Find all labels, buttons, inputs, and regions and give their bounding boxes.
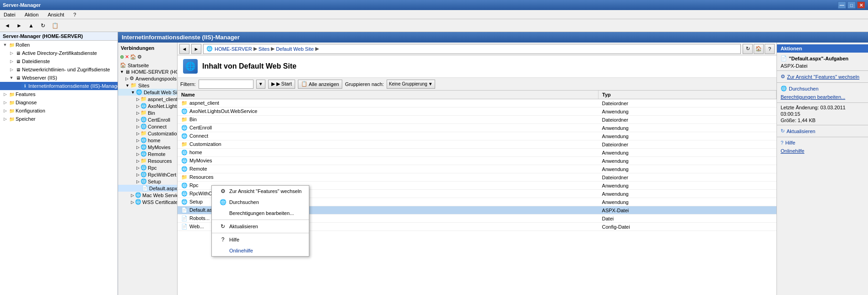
- action-onlinehelp[interactable]: Onlinehilfe: [777, 147, 868, 155]
- action-refresh[interactable]: ↻ Aktualisieren: [777, 127, 868, 135]
- conn-toolbar-icon3[interactable]: 🏠: [130, 54, 136, 60]
- iis-tree-home[interactable]: ▷ 🌐 home: [118, 137, 177, 144]
- start-icon: ▶: [271, 81, 275, 87]
- iis-tree-axo[interactable]: ▷ 🌐 AxoNet.LightsC...: [118, 102, 177, 109]
- table-row[interactable]: 📁BinDateiordner: [178, 116, 776, 124]
- close-button[interactable]: ✕: [857, 1, 865, 9]
- table-row[interactable]: 📁ResourcesDateiordner: [178, 173, 776, 182]
- breadcrumb-sites[interactable]: Sites: [259, 46, 270, 52]
- iis-tree-wss[interactable]: ▷ 🌐 WSS Certificate We...: [118, 198, 177, 205]
- back-button[interactable]: ◄: [2, 21, 13, 31]
- table-cell-typ: Dateiordner: [598, 173, 776, 182]
- features-icon: 📁: [8, 91, 16, 98]
- refresh-toolbar-button[interactable]: ↻: [38, 21, 49, 31]
- table-row[interactable]: 🌐homeAnwendung: [178, 149, 776, 157]
- menu-ansicht[interactable]: Ansicht: [46, 11, 66, 18]
- iis-tree-resources[interactable]: ▷ 📁 Resources: [118, 157, 177, 164]
- folder-icon: 📁: [8, 41, 16, 48]
- iis-tree-apppools[interactable]: ▷ ⚙ Anwendungspools: [118, 75, 177, 82]
- ctx-features[interactable]: ⚙ Zur Ansicht "Features" wechseln: [212, 186, 309, 197]
- tree-netzwerk[interactable]: ▷ 🖥 Netzwerkrichtlinien- und Zugriffsdie…: [0, 65, 118, 74]
- tree-speicher[interactable]: ▷ 📁 Speicher: [0, 115, 118, 123]
- ctx-browse[interactable]: 🌐 Durchsuchen: [212, 197, 309, 208]
- iis-tree-homeserver[interactable]: ▼ 🖥 HOME-SERVER (HOME-SE...: [118, 69, 177, 75]
- iis-tree-customization[interactable]: ▷ 📁 Customization: [118, 130, 177, 137]
- col-name-header[interactable]: Name: [178, 91, 598, 99]
- breadcrumb-refresh[interactable]: ↻: [743, 44, 753, 54]
- iis-tree-rpc[interactable]: ▷ 🌐 Rpc: [118, 164, 177, 171]
- show-all-button[interactable]: 📋 Alle anzeigen: [298, 80, 342, 89]
- tree-webserver[interactable]: ▼ 🖥 Webserver (IIS): [0, 74, 118, 82]
- action-help[interactable]: ? Hilfe: [777, 139, 868, 147]
- ctx-onlinehelp-icon: [219, 247, 226, 254]
- conn-toolbar-icon1[interactable]: ⊕: [120, 54, 124, 60]
- tree-dateidienste-label: Dateidienste: [22, 59, 50, 64]
- iis-tree-defaultweb[interactable]: ▼ 🌐 Default Web Site: [118, 89, 177, 96]
- group-dropdown-button[interactable]: Keine Gruppierung ▼: [387, 80, 435, 89]
- table-row[interactable]: 🌐RemoteAnwendung: [178, 165, 776, 173]
- ctx-refresh[interactable]: ↻ Aktualisieren: [212, 221, 309, 232]
- tree-rollen[interactable]: ▼ 📁 Rollen: [0, 41, 118, 49]
- minimize-button[interactable]: —: [838, 1, 846, 9]
- ctx-permissions[interactable]: Berechtigungen bearbeiten...: [212, 208, 309, 219]
- ctx-onlinehelp[interactable]: Onlinehilfe: [212, 245, 309, 256]
- group-value: Keine Gruppierung: [389, 81, 427, 86]
- iis-tree-connect[interactable]: ▷ 🌐 Connect: [118, 123, 177, 130]
- iis-tree-mymovies[interactable]: ▷ 🌐 MyMovies: [118, 144, 177, 150]
- tree-ad-cert[interactable]: ▷ 🖥 Active Directory-Zertifikatsdienste: [0, 49, 118, 57]
- action-browse[interactable]: 🌐 Durchsuchen: [777, 84, 868, 93]
- iis-tree-certenroll[interactable]: ▷ 🌐 CertEnroll: [118, 116, 177, 123]
- expand-icon: ▷: [136, 172, 140, 177]
- breadcrumb-server[interactable]: HOME-SERVER: [215, 46, 252, 52]
- tree-dateidienste[interactable]: ▷ 🖥 Dateidienste: [0, 57, 118, 65]
- separator5: [777, 137, 868, 137]
- tree-iis-manager[interactable]: ℹ Internetinformationsdienste (IIS)-Mana…: [0, 82, 118, 90]
- table-row[interactable]: 📁aspnet_clientDateiordner: [178, 99, 776, 107]
- breadcrumb-forward[interactable]: ►: [191, 44, 201, 54]
- tree-konfiguration[interactable]: ▷ 📁 Konfiguration: [0, 107, 118, 115]
- action-permissions[interactable]: Berechtigungen bearbeiten...: [777, 93, 868, 101]
- export-button[interactable]: 📋: [49, 21, 60, 31]
- iis-tree-remote[interactable]: ▷ 🌐 Remote: [118, 150, 177, 157]
- table-row[interactable]: 🌐ConnectAnwendung: [178, 132, 776, 140]
- menu-aktion[interactable]: Aktion: [23, 11, 41, 18]
- maximize-button[interactable]: □: [847, 1, 856, 9]
- iis-tree-aspnet-client[interactable]: ▷ 📁 aspnet_client: [118, 96, 177, 102]
- iis-tree-sites[interactable]: ▼ 📁 Sites: [118, 82, 177, 89]
- menu-datei[interactable]: Datei: [2, 11, 17, 18]
- conn-toolbar-icon2[interactable]: ✕: [125, 54, 129, 60]
- table-row[interactable]: 🌐MyMoviesAnwendung: [178, 157, 776, 165]
- conn-toolbar-icon4[interactable]: ⚙: [137, 54, 142, 60]
- expand-icon: ▷: [2, 92, 8, 97]
- menu-help[interactable]: ?: [71, 11, 78, 18]
- tree-features[interactable]: ▷ 📁 Features: [0, 90, 118, 98]
- breadcrumb-help[interactable]: ?: [765, 44, 775, 54]
- iis-tree-defaultaspx[interactable]: 📄 Default.aspx: [118, 185, 177, 192]
- ctx-help[interactable]: ? Hilfe: [212, 234, 309, 245]
- table-row[interactable]: 🌐CertEnrollAnwendung: [178, 124, 776, 132]
- ctx-help-label: Hilfe: [229, 237, 239, 242]
- filter-input[interactable]: [199, 80, 253, 89]
- expand-icon: ▷: [2, 100, 8, 105]
- iis-tree-rpcwithcert[interactable]: ▷ 🌐 RpcWithCert: [118, 171, 177, 178]
- action-lastchange-label: Letzte Änderung: 03.03.2011: [777, 104, 868, 111]
- tree-iis-label: Internetinformationsdienste (IIS)-Manage…: [28, 83, 118, 89]
- filter-dropdown-button[interactable]: ▼: [256, 80, 265, 89]
- up-button[interactable]: ▲: [26, 21, 37, 31]
- table-row[interactable]: 🌐AxoNet.LightsOut.WebServiceAnwendung: [178, 107, 776, 116]
- breadcrumb-defaultweb[interactable]: Default Web Site: [276, 46, 313, 52]
- action-features-switch[interactable]: ⚙ Zur Ansicht "Features" wechseln: [777, 72, 868, 81]
- forward-button[interactable]: ►: [14, 21, 25, 31]
- breadcrumb-back[interactable]: ◄: [179, 44, 189, 54]
- iis-tree-macweb[interactable]: ▷ 🌐 Mac Web Service: [118, 192, 177, 198]
- app-icon: 🌐: [140, 123, 147, 129]
- iis-tree-startseite[interactable]: 🏠 Startseite: [118, 62, 177, 69]
- breadcrumb-home[interactable]: 🏠: [754, 44, 764, 54]
- tree-diagnose[interactable]: ▷ 📁 Diagnose: [0, 98, 118, 107]
- globe-icon: 🌐: [181, 166, 188, 172]
- iis-tree-bin[interactable]: ▷ 📁 Bin: [118, 109, 177, 116]
- iis-tree-setup[interactable]: ▷ 🌐 Setup: [118, 178, 177, 185]
- table-row[interactable]: 📁CustomizationDateiordner: [178, 140, 776, 149]
- start-button[interactable]: ▶ ▶ Start: [268, 80, 295, 89]
- col-typ-header[interactable]: Typ: [598, 91, 776, 99]
